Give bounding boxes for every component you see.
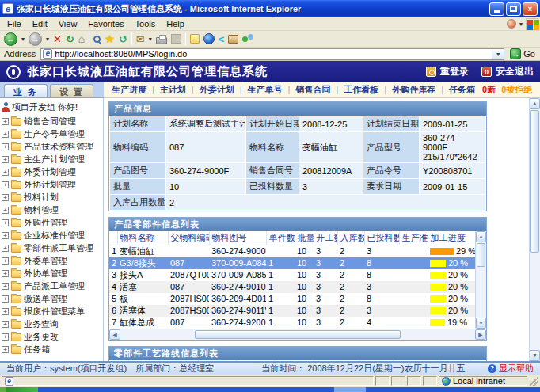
badge-new[interactable]: 0新 [482, 84, 496, 96]
expand-icon[interactable]: + [2, 207, 9, 214]
column-header[interactable]: 可派工数 [236, 360, 274, 362]
column-header[interactable]: 父物料编码 [168, 231, 209, 245]
sidebar-item-delivery-order[interactable]: +缴送单管理 [2, 292, 103, 305]
sidebar-item-part-dispatch[interactable]: +零部件派工单管理 [2, 242, 103, 254]
expand-icon[interactable]: + [2, 131, 9, 138]
scroll-up-icon[interactable]: ▲ [530, 98, 540, 109]
table-row[interactable]: 6活塞体2087HS002360-274-9011W110323 20 % [109, 305, 475, 317]
sidebar-item-material-mgmt[interactable]: +物料管理 [2, 204, 103, 216]
tab-business[interactable]: 业 务 [4, 84, 48, 97]
column-header[interactable]: 已完工数 [274, 360, 314, 362]
sidebar-item-master-plan[interactable]: +主生产计划管理 [2, 153, 103, 166]
mail-dropdown-icon[interactable]: ▾ [149, 36, 152, 43]
logout-button[interactable]: 0 安全退出 [481, 65, 534, 78]
column-header[interactable]: 加工进度 [428, 231, 475, 245]
table-row[interactable]: 5板2087HS002360-209-4D010110328 20 % [109, 293, 475, 305]
sidebar-item-coop-plan[interactable]: +外协计划管理 [2, 178, 103, 191]
start-button[interactable] [6, 387, 38, 392]
resize-grip[interactable] [529, 376, 538, 386]
start-button-edge[interactable] [0, 387, 6, 392]
page-vertical-scrollbar[interactable]: ▲ ▼ [529, 98, 540, 361]
sidebar-item-business-query[interactable]: +业务查询 [2, 318, 103, 330]
nav-sales-contract[interactable]: 销售合同 [283, 84, 331, 96]
sidebar-item-production-order[interactable]: +生产令号单管理 [2, 127, 103, 140]
nav-production-order[interactable]: 生产单号 [234, 84, 283, 96]
scroll-right-icon[interactable]: ▶ [475, 329, 486, 340]
maximize-button[interactable] [506, 2, 521, 16]
menu-view[interactable]: View [53, 18, 83, 29]
relogin-button[interactable]: 重登录 [426, 65, 469, 78]
expand-icon[interactable]: + [2, 181, 9, 188]
sidebar-item-sales-contract[interactable]: +销售合同管理 [2, 115, 103, 127]
column-header[interactable]: 开工数 [314, 231, 337, 245]
sidebar-item-task-box[interactable]: +任务箱 [2, 343, 103, 356]
sidebar-item-tech-data[interactable]: +产品技术资料管理 [2, 140, 103, 153]
taskbar-button[interactable] [334, 387, 366, 392]
minimize-button[interactable] [489, 2, 504, 16]
column-header[interactable]: 外委数 [359, 360, 393, 362]
history-icon[interactable]: ↺ [119, 32, 127, 46]
nav-purchased-stock[interactable]: 外购件库存 [378, 84, 435, 96]
expand-icon[interactable]: + [2, 346, 9, 353]
address-dropdown-icon[interactable]: ▼ [492, 49, 504, 59]
expand-icon[interactable]: + [2, 143, 9, 150]
badge-rejected[interactable]: 0被拒绝 [501, 84, 532, 96]
scroll-down-icon[interactable]: ▼ [476, 318, 486, 329]
search-icon[interactable] [93, 36, 101, 43]
column-header[interactable]: 序号 [109, 360, 127, 362]
forward-icon[interactable]: → [29, 32, 42, 46]
expand-icon[interactable]: + [2, 270, 9, 277]
column-header[interactable]: 单件数量 [266, 231, 295, 245]
column-header[interactable]: 已投料数 [364, 231, 399, 245]
sidebar-item-standard-parts[interactable]: +企业标准件管理 [2, 229, 103, 242]
expand-icon[interactable]: + [2, 245, 9, 252]
table-horizontal-scrollbar[interactable]: ◀ ▶ [109, 329, 486, 340]
expand-icon[interactable]: + [2, 232, 9, 239]
nav-work-board[interactable]: 工作看板 [330, 84, 378, 96]
expand-icon[interactable]: + [2, 295, 9, 303]
expand-icon[interactable]: + [2, 169, 9, 176]
nav-outsource-plan[interactable]: 外委计划 [186, 84, 234, 96]
column-header[interactable]: 生产准备 [399, 231, 428, 245]
scroll-down-icon[interactable]: ▼ [530, 350, 540, 361]
edit-icon[interactable] [171, 34, 181, 44]
sidebar-item-purchased-parts[interactable]: +外购件管理 [2, 216, 103, 229]
scrollbar-thumb[interactable] [477, 243, 485, 267]
refresh-icon[interactable]: ↻ [66, 32, 74, 46]
expand-icon[interactable]: + [2, 321, 9, 328]
expand-icon[interactable]: + [2, 219, 9, 226]
expand-icon[interactable]: + [2, 308, 9, 315]
home-icon[interactable]: ⌂ [78, 32, 85, 46]
expand-icon[interactable]: + [2, 333, 9, 341]
menu-edit[interactable]: Edit [27, 18, 53, 29]
column-header[interactable]: 工序名称 [127, 360, 160, 362]
messenger-icon[interactable] [242, 34, 253, 44]
column-header[interactable]: 自加工开工数 [314, 360, 359, 362]
expand-icon[interactable]: + [2, 283, 9, 290]
expand-icon[interactable]: + [2, 257, 9, 265]
column-header[interactable]: 外协 [470, 360, 486, 362]
globe-icon[interactable] [203, 33, 215, 44]
back-icon[interactable]: ← [4, 32, 17, 46]
scroll-left-icon[interactable]: ◀ [109, 329, 120, 340]
menu-favorites[interactable]: Favorites [82, 18, 129, 29]
expand-icon[interactable]: + [2, 194, 9, 201]
expand-icon[interactable]: + [2, 118, 9, 125]
scrollbar-thumb[interactable] [195, 330, 401, 339]
print-icon[interactable] [156, 37, 167, 44]
notes-icon[interactable] [190, 34, 200, 44]
table-row-selected[interactable]: 2G3/8接头087370-009-A0840110328 20 % [109, 257, 475, 269]
sidebar-item-scrap-mgmt[interactable]: +报废件管理菜单 [2, 305, 103, 318]
sidebar-item-outsource-plan[interactable]: +外委计划管理 [2, 166, 103, 178]
column-header[interactable]: 物料图号 [209, 231, 266, 245]
show-help-link[interactable]: ? 显示帮助 [488, 363, 534, 375]
table-row[interactable]: 7缸体总成087360-274-9200F110324 19 % [109, 317, 475, 329]
column-header[interactable]: 加工要求 [160, 360, 198, 362]
scrollbar-thumb[interactable] [530, 110, 539, 253]
stop-icon[interactable]: ✕ [53, 32, 62, 46]
table-row[interactable]: 1变幅油缸360-274-9000F10323 29 % [109, 245, 475, 257]
research-icon[interactable] [228, 35, 238, 44]
column-header[interactable]: 外协数 [440, 360, 470, 362]
column-header[interactable] [109, 231, 117, 245]
chevron-down-icon[interactable]: ▾ [519, 21, 523, 28]
